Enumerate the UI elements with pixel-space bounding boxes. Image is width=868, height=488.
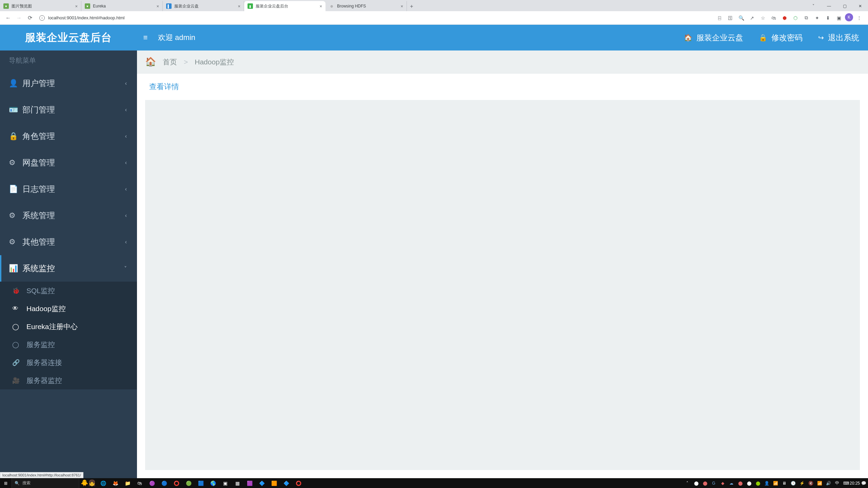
sidebar-item-log[interactable]: 📄 日志管理 ‹ xyxy=(0,176,137,202)
tray-ime-icon[interactable]: 中 xyxy=(833,480,842,486)
pin-terminal-icon[interactable]: ▣ xyxy=(219,478,231,488)
extensions-icon[interactable]: ✦ xyxy=(812,13,822,23)
pin-app-icon[interactable]: 🟧 xyxy=(268,478,280,488)
pin-firefox-icon[interactable]: 🦊 xyxy=(109,478,121,488)
video-icon: 🎥 xyxy=(12,377,26,384)
nav-frontend[interactable]: 🏠 服装企业云盘 xyxy=(684,33,743,43)
bookmark-icon[interactable]: ☆ xyxy=(758,13,768,23)
adblock-icon[interactable]: ⬢ xyxy=(780,13,789,23)
sidebar-item-role[interactable]: 🔒 角色管理 ‹ xyxy=(0,123,137,149)
submenu-sql[interactable]: 🐞 SQL监控 xyxy=(0,282,137,300)
home-icon[interactable]: 🏠 xyxy=(145,57,156,67)
tray-icon[interactable]: ⬤ xyxy=(701,481,709,486)
window-controls: ˅ — ▢ ✕ xyxy=(806,1,868,11)
sidebar-toggle[interactable]: ≡ xyxy=(137,33,154,42)
share-icon[interactable]: ↗ xyxy=(747,13,757,23)
zoom-icon[interactable]: 🔍 xyxy=(736,13,746,23)
menu-icon[interactable]: ⋮ xyxy=(854,13,864,23)
pin-app-icon[interactable]: 🟦 xyxy=(195,478,207,488)
pin-word-icon[interactable]: 🔷 xyxy=(256,478,268,488)
pin-app-icon[interactable]: ⭕ xyxy=(170,478,182,488)
reload-button[interactable]: ⟳ xyxy=(24,13,35,23)
window-dropdown-icon[interactable]: ˅ xyxy=(806,1,821,11)
tray-icon[interactable]: ◆ xyxy=(718,481,727,486)
window-close-icon[interactable]: ✕ xyxy=(852,1,868,11)
tray-keyboard-icon[interactable]: ⌨ xyxy=(842,481,850,486)
start-button[interactable]: ⊞ xyxy=(0,481,12,486)
taskbar-search[interactable]: 🔍 搜索 xyxy=(12,478,79,488)
pin-app-icon[interactable]: ⭕ xyxy=(292,478,304,488)
pin-store-icon[interactable]: 🛍 xyxy=(134,478,146,488)
pin-app-icon[interactable]: ▦ xyxy=(231,478,243,488)
back-button[interactable]: ← xyxy=(3,13,14,23)
extension-icon[interactable]: ⬡ xyxy=(791,13,800,23)
sidebar-item-system[interactable]: ⚙ 系统管理 ‹ xyxy=(0,202,137,229)
pin-app-icon[interactable]: 🔵 xyxy=(158,478,170,488)
sidebar-item-disk[interactable]: ⚙ 网盘管理 ‹ xyxy=(0,149,137,176)
tray-icon[interactable]: ⬤ xyxy=(745,481,753,486)
taskbar-mascot-icon[interactable]: 🐥👧 xyxy=(79,479,97,487)
nav-logout[interactable]: ↪ 退出系统 xyxy=(818,33,859,43)
taskbar-clock[interactable]: 20:25 xyxy=(850,481,859,486)
profile-avatar-icon[interactable]: K xyxy=(845,13,853,21)
sidebar-item-other[interactable]: ⚙ 其他管理 ‹ xyxy=(0,229,137,255)
address-bar[interactable]: i localhost:9001/index.html#hadoop.html xyxy=(35,13,715,23)
download-icon[interactable]: ⬇ xyxy=(823,13,833,23)
sidebar-item-monitor[interactable]: 📊 系统监控 ˅ xyxy=(0,255,137,282)
tray-icon[interactable]: 🕓 xyxy=(789,481,797,486)
tray-icon[interactable]: 🖥 xyxy=(780,481,789,486)
password-icon[interactable]: ⚿ xyxy=(726,13,735,23)
app-logo: 服装企业云盘后台 xyxy=(0,25,137,50)
sidebar-item-dept[interactable]: 🪪 部门管理 ‹ xyxy=(0,97,137,123)
copy-icon[interactable]: ⧉ xyxy=(802,13,811,23)
tray-icon[interactable]: 👤 xyxy=(762,481,771,486)
tray-icon[interactable]: ⬤ xyxy=(736,481,745,486)
breadcrumb-home[interactable]: 首页 xyxy=(163,57,177,67)
window-maximize-icon[interactable]: ▢ xyxy=(837,1,852,11)
pin-app-icon[interactable]: 🟪 xyxy=(243,478,256,488)
content-panel: 查看详情 xyxy=(137,74,868,478)
tray-wifi-icon[interactable]: 📶 xyxy=(815,481,824,486)
pin-chrome-icon[interactable]: 🌐 xyxy=(97,478,109,488)
tab-close-icon[interactable]: × xyxy=(75,4,78,9)
tray-icon[interactable]: ⬤ xyxy=(692,481,701,486)
tray-icon[interactable]: G xyxy=(709,481,718,486)
tray-icon[interactable]: ⚡ xyxy=(797,481,806,486)
browser-toolbar: ← → ⟳ i localhost:9001/index.html#hadoop… xyxy=(0,11,868,25)
tab-close-icon[interactable]: × xyxy=(156,4,159,9)
window-minimize-icon[interactable]: — xyxy=(821,1,837,11)
submenu-server-connect[interactable]: 🔗 服务器连接 xyxy=(0,353,137,371)
tab-close-icon[interactable]: × xyxy=(319,4,322,9)
tab-close-icon[interactable]: × xyxy=(238,4,240,9)
browser-tab[interactable]: ▌ 服装企业云盘 × xyxy=(163,1,244,11)
pin-app-icon[interactable]: 🌎 xyxy=(207,478,219,488)
browser-tab[interactable]: ♥ Eureka × xyxy=(81,1,163,11)
new-tab-button[interactable]: + xyxy=(407,2,416,11)
browser-tab[interactable]: ⊕ Browsing HDFS × xyxy=(326,1,407,11)
site-info-icon[interactable]: i xyxy=(39,15,45,21)
tray-volume-icon[interactable]: 🔊 xyxy=(824,481,833,486)
tray-notifications-icon[interactable]: 💬 xyxy=(859,481,868,486)
translate-icon[interactable]: ⌸ xyxy=(715,13,724,23)
browser-tab-active[interactable]: ▮ 服装企业云盘后台 × xyxy=(244,1,326,11)
shopping-icon[interactable]: 🛍 xyxy=(769,13,778,23)
submenu-hadoop[interactable]: 👁 Hadoop监控 xyxy=(0,300,137,318)
browser-tab[interactable]: ♥ 图片预览图 × xyxy=(0,1,81,11)
pin-app-icon[interactable]: 🟣 xyxy=(146,478,158,488)
submenu-server-monitor[interactable]: 🎥 服务器监控 xyxy=(0,371,137,389)
tray-icon[interactable]: 📶 xyxy=(771,481,780,486)
tray-icon[interactable]: ⬤ xyxy=(753,481,762,486)
sidepanel-icon[interactable]: ▣ xyxy=(834,13,844,23)
forward-button[interactable]: → xyxy=(14,13,24,23)
pin-app-icon[interactable]: 🔷 xyxy=(280,478,292,488)
pin-wechat-icon[interactable]: 🟢 xyxy=(182,478,195,488)
tab-close-icon[interactable]: × xyxy=(400,4,403,9)
nav-change-password[interactable]: 🔒 修改密码 xyxy=(759,33,803,43)
tray-overflow-icon[interactable]: ˄ xyxy=(683,481,692,486)
sidebar-item-user[interactable]: 👤 用户管理 ‹ xyxy=(0,70,137,97)
tray-icon[interactable]: ☁ xyxy=(727,481,736,486)
pin-explorer-icon[interactable]: 📁 xyxy=(121,478,134,488)
submenu-eureka[interactable]: ◯ Eureka注册中心 xyxy=(0,318,137,336)
tray-icon[interactable]: 🔇 xyxy=(806,481,815,486)
submenu-service[interactable]: ◯ 服务监控 xyxy=(0,336,137,353)
